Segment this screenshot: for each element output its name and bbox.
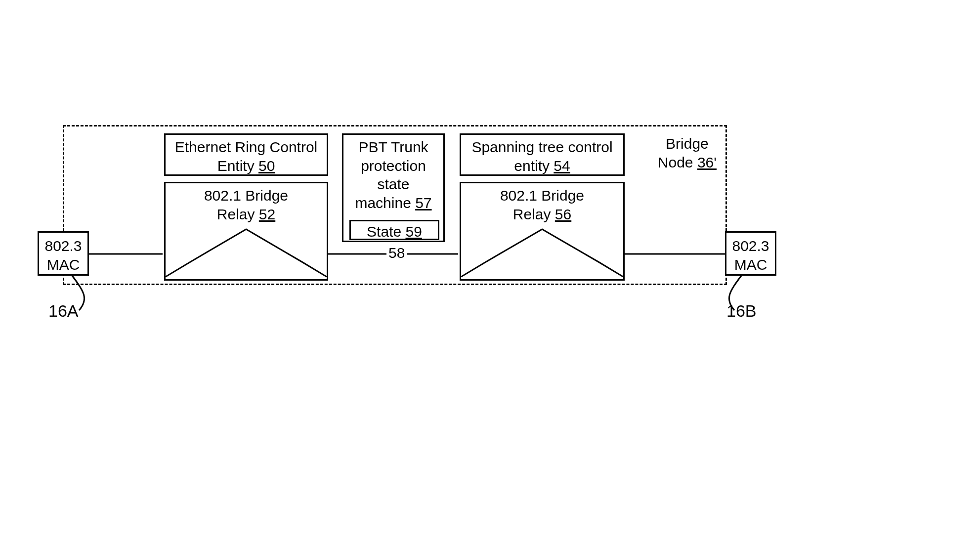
pbt-line2: protection (361, 158, 426, 174)
relay-left-num: 52 (259, 206, 275, 222)
mac-left-line2: MAC (47, 256, 80, 273)
bridge-label-line1: Bridge (666, 135, 709, 152)
pbt-line3: state (377, 176, 409, 192)
ethernet-ring-line2-prefix: Entity (217, 158, 258, 174)
pbt-trunk-protection: PBT Trunk protection state machine 57 St… (342, 133, 445, 242)
relay-right-line2-prefix: Relay (513, 206, 555, 222)
pbt-state-box: State 59 (349, 220, 439, 240)
relay-right-triangle-icon (461, 228, 623, 277)
mac-right-box: 802.3 MAC (725, 231, 776, 276)
ethernet-ring-control-entity: Ethernet Ring Control Entity 50 (164, 133, 328, 176)
pbt-line4-prefix: machine (355, 195, 415, 211)
spanning-line1: Spanning tree control (471, 139, 612, 155)
link-58-label: 58 (386, 245, 407, 261)
mac-left-box: 802.3 MAC (38, 231, 89, 276)
spanning-line2-prefix: entity (514, 158, 554, 174)
spanning-tree-control-entity: Spanning tree control entity 54 (460, 133, 625, 176)
spanning-num: 54 (554, 158, 570, 174)
relay-left-line2-prefix: Relay (217, 206, 259, 222)
ethernet-ring-line1: Ethernet Ring Control (175, 139, 318, 155)
bridge-label-line2-prefix: Node (658, 154, 697, 170)
ethernet-ring-num: 50 (258, 158, 275, 174)
bridge-relay-right: 802.1 Bridge Relay 56 (460, 182, 625, 281)
relay-right-line1: 802.1 Bridge (500, 187, 584, 204)
relay-right-num: 56 (555, 206, 571, 222)
mac-right-line2: MAC (734, 256, 767, 273)
pbt-state-prefix: State (367, 223, 405, 240)
bridge-node-label: Bridge Node 36' (658, 134, 717, 171)
bridge-relay-left: 802.1 Bridge Relay 52 (164, 182, 328, 281)
mac-left-line1: 802.3 (44, 238, 82, 254)
connector-16a-label: 16A (48, 301, 79, 321)
mac-right-line1: 802.3 (732, 238, 769, 254)
bridge-label-num: 36' (697, 154, 717, 170)
pbt-num: 57 (415, 195, 431, 211)
connector-16b-label: 16B (726, 301, 757, 321)
pbt-line1: PBT Trunk (358, 139, 428, 155)
relay-left-line1: 802.1 Bridge (204, 187, 288, 204)
pbt-state-num: 59 (406, 223, 422, 240)
relay-left-triangle-icon (166, 228, 327, 277)
